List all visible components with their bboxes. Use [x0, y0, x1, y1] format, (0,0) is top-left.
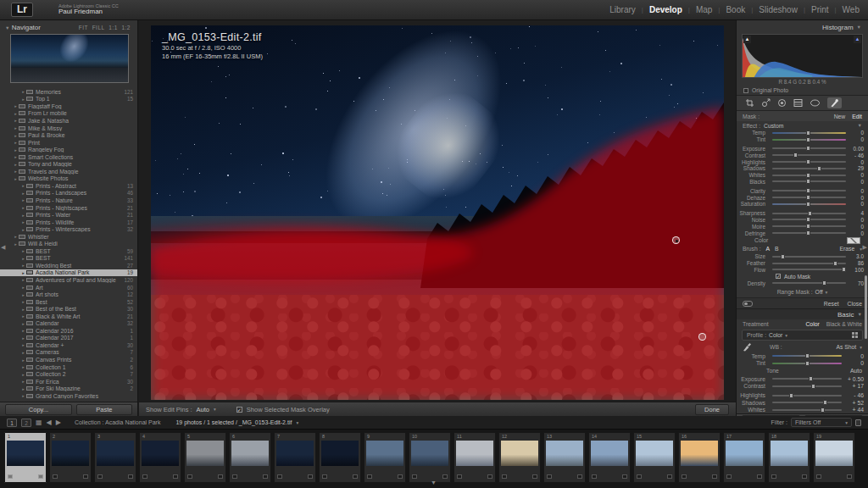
slider-knob[interactable]	[823, 400, 827, 405]
filmstrip-thumb[interactable]: 15	[633, 432, 676, 483]
disclosure-triangle-icon[interactable]: ▸	[20, 364, 26, 369]
collection-item[interactable]: ▸Whistler	[0, 233, 137, 241]
thumb-badge-icon[interactable]	[487, 474, 492, 479]
disclosure-triangle-icon[interactable]: ▸	[13, 169, 19, 174]
color-swatch[interactable]	[847, 237, 860, 244]
slider-knob[interactable]	[809, 376, 813, 381]
thumb-badge-icon[interactable]	[622, 474, 627, 479]
collection-item[interactable]: ▸For Erica30	[0, 378, 137, 385]
thumb-badge-icon[interactable]	[532, 474, 537, 479]
slider-track[interactable]	[772, 282, 846, 284]
filmstrip-thumb[interactable]: 11	[453, 432, 496, 483]
filmstrip-thumb[interactable]: 5	[184, 432, 226, 483]
collection-item[interactable]: ▸Travels and Maggie	[0, 168, 137, 175]
slider-track[interactable]	[772, 402, 842, 403]
spot-removal-icon[interactable]	[761, 98, 771, 108]
thumb-badge-icon[interactable]	[263, 474, 268, 479]
filmstrip-thumb[interactable]: 9	[364, 432, 406, 483]
thumb-badge-icon[interactable]	[457, 474, 462, 479]
filmstrip-thumb[interactable]: 6	[229, 432, 271, 483]
auto-mask-checkbox[interactable]: ✓	[776, 274, 781, 279]
slider-knob[interactable]	[806, 224, 810, 229]
red-eye-icon[interactable]	[777, 98, 787, 108]
filmstrip-collapse-icon[interactable]: ▼	[431, 480, 437, 485]
highlight-clipping-indicator[interactable]: ▲	[854, 36, 861, 43]
module-develop[interactable]: Develop	[649, 5, 682, 14]
thumb-badge-icon[interactable]	[83, 474, 88, 479]
mask-overlay-checkbox[interactable]: ✓	[236, 407, 242, 413]
auto-tone-button[interactable]: Auto	[850, 368, 862, 374]
navigator-header[interactable]: ▼ Navigator FIT FILL 1:1 1:2	[0, 20, 137, 34]
slider-track[interactable]	[772, 180, 846, 182]
monitor-1-button[interactable]: 1	[7, 419, 17, 427]
crop-overlay-icon[interactable]	[745, 98, 754, 108]
module-map[interactable]: Map	[696, 5, 712, 14]
slider-knob[interactable]	[808, 211, 812, 216]
thumb-badge-icon[interactable]	[173, 474, 178, 479]
thumb-badge-icon[interactable]	[816, 474, 821, 479]
collection-item[interactable]: ▸BEST141	[0, 255, 137, 263]
disclosure-triangle-icon[interactable]: ▸	[20, 270, 26, 275]
collection-item[interactable]: ▸Prints - Wildlife17	[0, 219, 137, 226]
effect-value[interactable]: Custom	[764, 123, 783, 129]
disclosure-triangle-icon[interactable]: ▸	[20, 197, 26, 202]
disclosure-triangle-icon[interactable]: ▸	[20, 358, 26, 363]
collection-item[interactable]: ▸Paul & Brooke	[0, 131, 137, 139]
thumb-badge-icon[interactable]	[277, 474, 282, 479]
slider-track[interactable]	[772, 269, 846, 270]
disclosure-triangle-icon[interactable]: ▸	[20, 386, 26, 391]
collection-item[interactable]: ▸Mike & Missy	[0, 125, 137, 132]
slider-track[interactable]	[772, 225, 846, 227]
thumb-badge-icon[interactable]	[353, 474, 358, 479]
slider-knob[interactable]	[833, 261, 837, 266]
collection-item[interactable]: ▸Calendar +30	[0, 341, 137, 349]
collection-item[interactable]: ▸Calendar32	[0, 320, 137, 328]
disclosure-triangle-icon[interactable]: ▸	[20, 183, 26, 188]
slider-track[interactable]	[772, 219, 846, 220]
filter-lock-icon[interactable]	[855, 419, 861, 426]
disclosure-triangle-icon[interactable]: ▸	[13, 133, 19, 138]
module-library[interactable]: Library	[609, 5, 636, 14]
thumb-badge-icon[interactable]	[53, 474, 58, 479]
disclosure-triangle-icon[interactable]: ▸	[13, 234, 19, 239]
slider-track[interactable]	[772, 132, 846, 134]
disclosure-triangle-icon[interactable]: ▸	[13, 147, 19, 152]
slider-track[interactable]	[772, 175, 846, 176]
slider-track[interactable]	[772, 147, 846, 149]
thumb-badge-icon[interactable]	[8, 474, 13, 479]
basic-panel-header[interactable]: Basic ▼	[737, 308, 868, 319]
collection-item[interactable]: ▸Rangeley Fog	[0, 146, 137, 153]
range-mask-value[interactable]: Off	[815, 289, 823, 295]
collection-item[interactable]: ▸Prints - Abstract13	[0, 182, 137, 190]
next-photo-icon[interactable]: ▶	[56, 419, 61, 426]
shadow-clipping-indicator[interactable]: ▲	[743, 36, 751, 43]
thumb-badge-icon[interactable]	[142, 474, 147, 479]
zoom-fill[interactable]: FILL	[92, 25, 105, 30]
disclosure-triangle-icon[interactable]: ▸	[20, 350, 26, 355]
module-book[interactable]: Book	[726, 5, 745, 14]
disclosure-triangle-icon[interactable]: ▸	[20, 97, 26, 102]
slider-track[interactable]	[772, 139, 846, 141]
filmstrip-source[interactable]: Collection : Acadia National Park	[75, 419, 161, 425]
treatment-bw-button[interactable]: Black & White	[826, 321, 862, 327]
original-photo-checkbox[interactable]	[743, 88, 748, 93]
slider-knob[interactable]	[806, 202, 810, 207]
collection-item[interactable]: ▸Calendar 20171	[0, 335, 137, 342]
slider-track[interactable]	[772, 363, 842, 364]
thumb-badge-icon[interactable]	[187, 474, 192, 479]
thumb-badge-icon[interactable]	[757, 474, 762, 479]
filmstrip-thumb[interactable]: 18	[768, 432, 810, 483]
collection-item[interactable]: ▸From Lr mobile	[0, 110, 137, 118]
collection-item[interactable]: ▸Adventures of Paul and Maggie120	[0, 276, 137, 284]
disclosure-triangle-icon[interactable]: ▸	[20, 328, 26, 333]
disclosure-triangle-icon[interactable]: ▸	[20, 263, 26, 268]
thumb-badge-icon[interactable]	[667, 474, 672, 479]
edit-pin-active[interactable]	[672, 236, 680, 244]
disclosure-triangle-icon[interactable]: ▸	[20, 299, 26, 304]
slider-track[interactable]	[772, 168, 846, 169]
slider-knob[interactable]	[805, 361, 810, 366]
thumb-badge-icon[interactable]	[847, 474, 852, 479]
collection-item[interactable]: ▸Best52	[0, 298, 137, 306]
disclosure-triangle-icon[interactable]: ▸	[20, 321, 26, 326]
slider-knob[interactable]	[806, 188, 810, 193]
